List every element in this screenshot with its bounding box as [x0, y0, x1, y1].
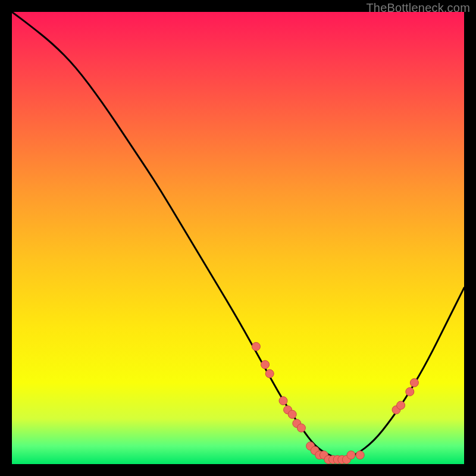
- data-point: [410, 378, 418, 387]
- data-point: [288, 410, 296, 418]
- data-point: [297, 424, 305, 432]
- data-point: [261, 361, 270, 369]
- data-point: [279, 397, 287, 405]
- chart-overlay: [12, 12, 464, 464]
- chart-frame: TheBottleneck.com: [12, 12, 464, 464]
- data-point: [252, 342, 260, 350]
- bottleneck-curve: [12, 12, 464, 459]
- data-point: [347, 451, 355, 459]
- data-point: [397, 401, 405, 409]
- data-point: [406, 387, 414, 396]
- data-point: [356, 451, 364, 459]
- data-point: [265, 369, 274, 378]
- data-points-group: [252, 342, 418, 464]
